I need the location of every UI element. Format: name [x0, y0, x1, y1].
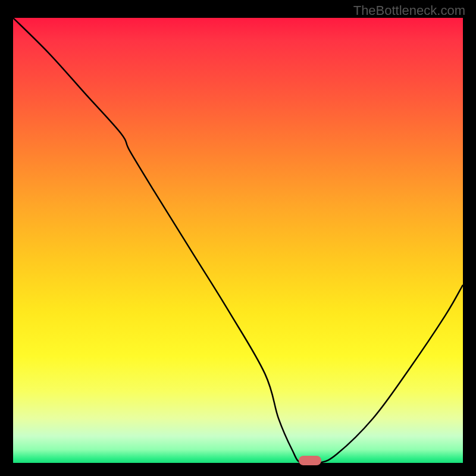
chart-plot-area — [13, 18, 463, 463]
watermark-text: TheBottleneck.com — [353, 3, 465, 18]
bottleneck-curve — [13, 18, 463, 463]
optimal-marker — [299, 456, 321, 465]
